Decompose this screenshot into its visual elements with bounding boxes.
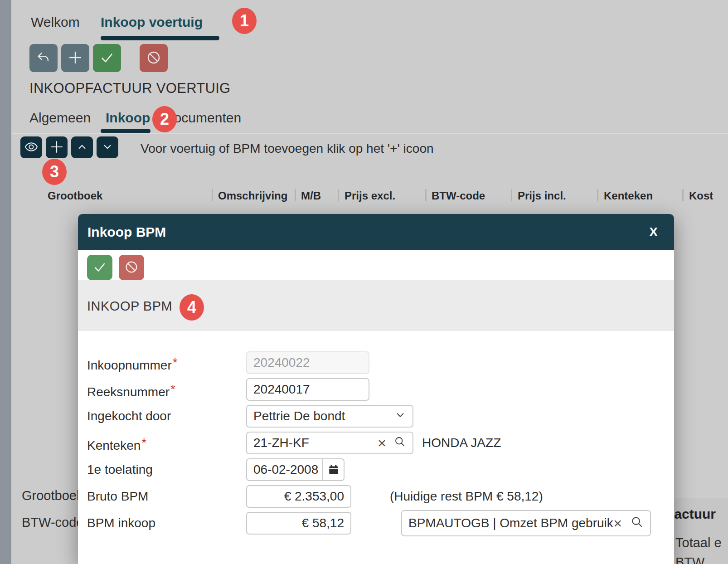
plus-icon	[67, 49, 83, 67]
toolbar-instruction: Voor voertuig of BPM toevoegen klik op h…	[141, 141, 434, 156]
clear-icon[interactable]: ×	[378, 436, 386, 450]
col-grootboek[interactable]: Grootboek	[48, 190, 102, 202]
col-prijs-excl[interactable]: Prijs excl.	[345, 190, 395, 202]
toelating-date-input[interactable]: 06-02-2008	[246, 458, 345, 481]
label-text: Inkoopnummer	[87, 358, 172, 372]
column-separator[interactable]	[425, 189, 427, 201]
move-down-button[interactable]	[97, 136, 118, 158]
step-badge-1: 1	[232, 8, 257, 34]
inkoopnummer-label: Inkoopnummer*	[87, 355, 178, 373]
bpm-inkoop-input[interactable]: € 58,12	[246, 512, 351, 535]
page-title: INKOOPFACTUUR VOERTUIG	[29, 80, 231, 97]
selected-value: Pettrie De bondt	[253, 409, 394, 423]
label-text: Kenteken	[87, 438, 141, 452]
column-separator[interactable]	[338, 189, 339, 201]
bruto-bpm-input[interactable]: € 2.353,00	[246, 485, 351, 508]
step-badge-4: 4	[180, 294, 204, 321]
rest-bpm-info: (Huidige rest BPM € 58,12)	[390, 489, 543, 504]
undo-arrow-icon	[36, 50, 51, 67]
date-value: 06-02-2008	[247, 462, 322, 477]
col-kenteken[interactable]: Kenteken	[604, 190, 653, 202]
reeksnummer-label: Reeksnummer*	[87, 382, 175, 399]
kenteken-label: Kenteken*	[87, 436, 146, 453]
check-icon	[99, 49, 115, 67]
chevron-down-icon	[102, 141, 113, 154]
col-mb[interactable]: M/B	[301, 190, 321, 202]
col-kost[interactable]: Kost	[689, 190, 713, 202]
search-icon[interactable]	[393, 435, 406, 451]
tab-inkoop-voertuig[interactable]: Inkoop voertuig	[101, 15, 203, 30]
section-divider	[11, 133, 728, 134]
bpm-grootboek-lookup[interactable]: BPMAUTOGB | Omzet BPM gebruikt ×	[401, 510, 651, 536]
toelating-label: 1e toelating	[87, 462, 153, 477]
bg-label-btw-code: BTW-code	[22, 515, 83, 530]
dialog-cancel-button[interactable]	[119, 255, 144, 280]
reeksnummer-input[interactable]: 20240017	[246, 378, 369, 401]
column-separator[interactable]	[597, 189, 598, 201]
kenteken-vehicle-info: HONDA JAZZ	[422, 436, 501, 450]
ban-icon	[124, 259, 139, 276]
active-tab-underline	[101, 36, 219, 40]
input-value: 21-ZH-KF	[253, 436, 378, 450]
clear-icon[interactable]: ×	[613, 516, 622, 530]
eye-icon	[24, 140, 39, 156]
calendar-icon[interactable]	[322, 459, 344, 480]
column-separator[interactable]	[295, 189, 296, 201]
column-separator[interactable]	[511, 189, 512, 201]
view-row-button[interactable]	[20, 136, 42, 158]
check-icon	[92, 259, 107, 276]
close-icon[interactable]: X	[649, 225, 658, 239]
dialog-title: Inkoop BPM	[87, 224, 649, 240]
tab-algemeen[interactable]: Algemeen	[29, 110, 91, 126]
add-button[interactable]	[61, 44, 89, 72]
cancel-button[interactable]	[140, 44, 168, 72]
chevron-up-icon	[76, 141, 88, 154]
step-badge-3: 3	[42, 159, 67, 185]
bpm-inkoop-label: BPM inkoop	[87, 516, 155, 530]
col-prijs-incl[interactable]: Prijs incl.	[518, 190, 566, 202]
bg-label-grootboek: Grootboek	[22, 488, 83, 503]
inkoop-bpm-dialog: Inkoop BPM X INKOOP BPM 4 Inkoopnummer* …	[78, 214, 674, 564]
chevron-down-icon	[394, 409, 406, 424]
required-asterisk: *	[141, 436, 146, 450]
ingekocht-door-select[interactable]: Pettrie De bondt	[246, 405, 413, 428]
bg-label-totaal: Totaal e	[675, 535, 722, 550]
tab-inkoop[interactable]: Inkoop	[106, 110, 150, 126]
search-icon[interactable]	[630, 515, 644, 532]
plus-icon	[49, 139, 64, 156]
add-row-button[interactable]	[46, 136, 68, 158]
save-button[interactable]	[93, 44, 121, 72]
required-asterisk: *	[170, 382, 175, 396]
col-btw-code[interactable]: BTW-code	[432, 190, 485, 202]
dialog-save-button[interactable]	[87, 255, 112, 280]
tab-welkom[interactable]: Welkom	[31, 15, 80, 30]
column-separator[interactable]	[682, 189, 684, 201]
move-up-button[interactable]	[71, 136, 93, 158]
ban-icon	[146, 49, 162, 67]
step-badge-2: 2	[152, 106, 177, 132]
bruto-bpm-label: Bruto BPM	[87, 489, 148, 504]
ingekocht-door-label: Ingekocht door	[87, 409, 171, 423]
dialog-titlebar[interactable]: Inkoop BPM X	[78, 214, 674, 250]
window-edge-strip	[0, 0, 11, 564]
lookup-value: BPMAUTOGB | Omzet BPM gebruikt	[408, 516, 613, 530]
dialog-heading: INKOOP BPM	[87, 299, 172, 314]
required-asterisk: *	[173, 355, 178, 370]
back-button[interactable]	[29, 44, 58, 72]
kenteken-input[interactable]: 21-ZH-KF ×	[246, 432, 413, 454]
inkoopnummer-field: 20240022	[246, 351, 369, 374]
bg-label-btw: BTW	[675, 555, 704, 564]
col-omschrijving[interactable]: Omschrijving	[218, 190, 287, 202]
label-text: Reeksnummer	[87, 385, 170, 399]
column-separator[interactable]	[212, 189, 213, 201]
app-window: { "colors": { "accent_red_badge": "#e851…	[0, 0, 728, 564]
